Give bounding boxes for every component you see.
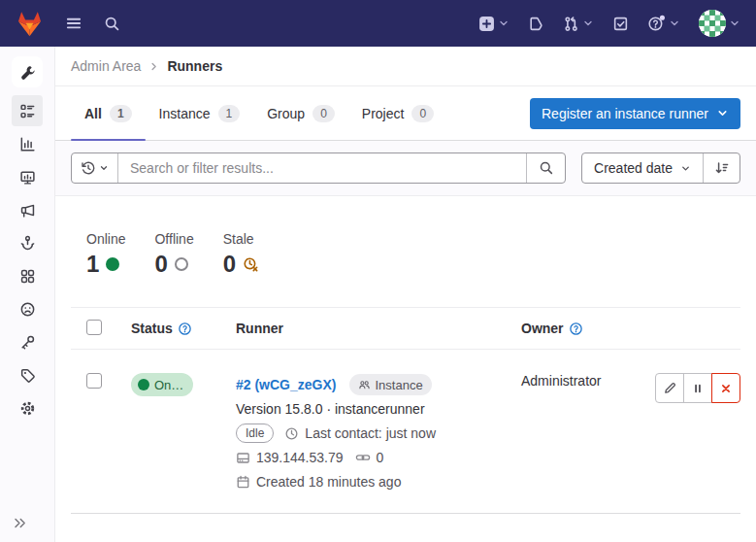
register-runner-label: Register an instance runner	[542, 106, 708, 121]
runner-link[interactable]: #2 (wCG_zeGX)	[236, 377, 336, 392]
grid-icon	[19, 268, 36, 285]
overview-icon	[19, 103, 36, 119]
tab-all[interactable]: All 1	[71, 86, 146, 140]
bar-chart-icon	[19, 136, 36, 152]
stat-offline-value: 0	[154, 251, 167, 278]
chevron-down-icon	[498, 17, 509, 29]
sidebar-item-analytics[interactable]	[12, 128, 43, 159]
runner-created: Created 18 minutes ago	[256, 474, 401, 490]
sidebar-item-monitoring[interactable]	[12, 161, 43, 192]
sort-descending-icon	[714, 160, 730, 176]
search-submit-button[interactable]	[526, 153, 565, 183]
search-input[interactable]	[118, 153, 526, 183]
tab-label: All	[84, 106, 102, 121]
runner-status-text: Online	[154, 378, 184, 392]
sort-direction-button[interactable]	[703, 153, 740, 183]
key-icon	[19, 334, 36, 351]
search-filter-group	[71, 152, 566, 184]
runner-row: Online #2 (wCG_zeGX) Instance	[71, 350, 740, 514]
close-icon	[719, 382, 733, 395]
owner-help-icon[interactable]	[569, 322, 583, 336]
plus-square-icon	[478, 16, 495, 32]
filter-bar: Created date	[55, 141, 756, 196]
stale-clock-icon	[243, 256, 259, 273]
tab-group[interactable]: Group 0	[253, 86, 348, 140]
tab-instance[interactable]: Instance 1	[146, 86, 254, 140]
main-content: Admin Area Runners All 1 Instance 1 Grou…	[55, 47, 756, 542]
sidebar-item-abuse-reports[interactable]	[12, 293, 43, 324]
stat-stale-value: 0	[223, 251, 236, 278]
runner-ip-address: 139.144.53.79	[256, 450, 344, 465]
breadcrumb-admin-area[interactable]: Admin Area	[71, 58, 141, 74]
user-menu-button[interactable]	[699, 10, 740, 37]
tab-project[interactable]: Project 0	[348, 86, 447, 140]
select-all-checkbox[interactable]	[86, 320, 102, 335]
delete-runner-button[interactable]	[711, 373, 740, 403]
tab-count-badge: 1	[218, 105, 241, 122]
navbar-right	[478, 10, 740, 37]
issues-icon[interactable]	[528, 16, 544, 32]
sidebar-item-overview[interactable]	[12, 95, 43, 126]
gear-icon	[19, 400, 36, 417]
sidebar-item-settings[interactable]	[12, 392, 43, 423]
host-icon	[236, 451, 250, 465]
runner-jobs-count: 0	[377, 450, 384, 465]
pencil-icon	[663, 381, 677, 395]
clock-icon	[284, 426, 299, 441]
tab-label: Group	[267, 106, 305, 121]
notification-dot	[660, 16, 665, 20]
bullhorn-icon	[19, 202, 36, 219]
runner-stats: Online 1 Offline 0 Sta	[71, 196, 740, 307]
pause-runner-button[interactable]	[683, 373, 712, 403]
sort-by-label: Created date	[594, 160, 673, 176]
collapse-sidebar-button[interactable]	[13, 516, 27, 530]
offline-circle-icon	[175, 257, 188, 271]
runner-last-contact: Last contact: just now	[305, 425, 436, 441]
runner-type-label: Instance	[375, 378, 422, 392]
chevron-down-icon	[669, 17, 680, 29]
help-menu-button[interactable]	[647, 15, 680, 32]
hamburger-menu-icon[interactable]	[65, 15, 82, 32]
gitlab-logo[interactable]	[16, 11, 44, 37]
tab-count-badge: 0	[312, 105, 335, 122]
sort-by-dropdown[interactable]: Created date	[582, 153, 703, 183]
stat-stale-label: Stale	[223, 231, 259, 247]
users-icon	[358, 379, 371, 391]
runner-state-badge: Idle	[236, 423, 274, 443]
tag-icon	[19, 367, 36, 384]
tab-label: Project	[362, 106, 405, 121]
stat-online-label: Online	[86, 231, 125, 247]
search-history-button[interactable]	[72, 153, 118, 183]
stat-offline-label: Offline	[154, 231, 193, 247]
new-menu-button[interactable]	[478, 16, 509, 32]
sidebar-item-labels[interactable]	[12, 359, 43, 390]
runner-actions	[655, 373, 740, 403]
tanuki-icon	[16, 11, 44, 37]
chevron-down-icon	[680, 163, 691, 174]
runners-content: Online 1 Offline 0 Sta	[55, 196, 756, 542]
search-icon[interactable]	[104, 16, 120, 32]
edit-runner-button[interactable]	[655, 373, 684, 403]
calendar-icon	[236, 475, 250, 490]
sidebar-item-system-hooks[interactable]	[12, 227, 43, 258]
sidebar-item-applications[interactable]	[12, 260, 43, 291]
stat-offline: Offline 0	[154, 231, 193, 278]
merge-request-icon	[563, 16, 579, 32]
runners-table-header: Status Runner Owner	[71, 307, 740, 350]
select-runner-checkbox[interactable]	[86, 373, 102, 389]
runner-status-badge: Online	[131, 373, 193, 396]
runner-column-header: Runner	[236, 321, 283, 336]
question-circle-icon	[647, 15, 666, 32]
register-runner-button[interactable]: Register an instance runner	[530, 98, 740, 129]
status-help-icon[interactable]	[178, 322, 192, 336]
runner-owner: Administrator	[521, 373, 601, 389]
merge-requests-button[interactable]	[563, 16, 594, 32]
stat-stale: Stale 0	[223, 231, 259, 278]
admin-area-wrench-icon[interactable]	[12, 56, 43, 87]
sidebar-item-deploy-keys[interactable]	[12, 326, 43, 357]
tab-count-badge: 1	[110, 105, 132, 122]
sidebar-item-messages[interactable]	[12, 194, 43, 225]
todos-icon[interactable]	[612, 16, 629, 32]
owner-column-header: Owner	[521, 321, 564, 336]
online-dot-icon	[138, 379, 149, 390]
